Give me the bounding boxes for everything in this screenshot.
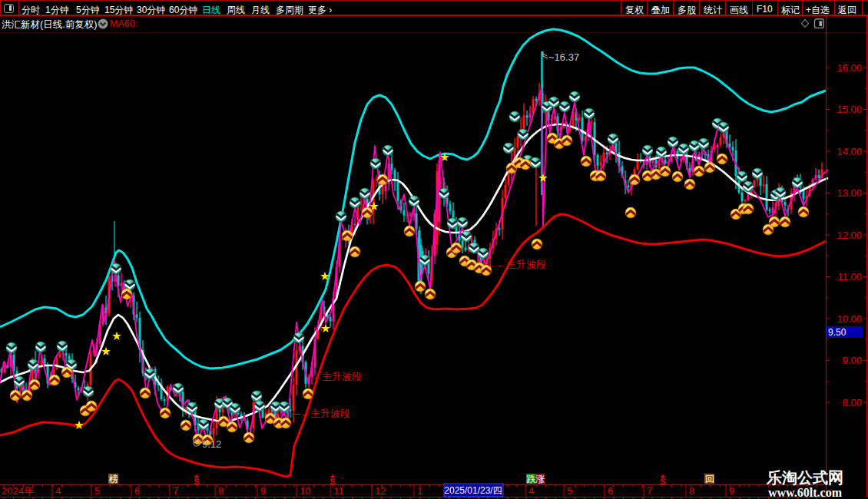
svg-text:16.00: 16.00 — [837, 62, 862, 74]
svg-text:回: 回 — [705, 474, 714, 484]
svg-text:8: 8 — [689, 485, 694, 497]
svg-text:S: S — [194, 477, 199, 486]
svg-text:—←主升波段: —←主升波段 — [290, 408, 350, 419]
svg-text:12.00: 12.00 — [837, 230, 862, 241]
svg-text:10.00: 10.00 — [837, 313, 862, 325]
svg-text:11: 11 — [333, 485, 344, 497]
svg-text:S: S — [330, 477, 335, 486]
svg-text:15.00: 15.00 — [837, 104, 862, 115]
svg-text:乐淘公式网: 乐淘公式网 — [766, 469, 843, 486]
svg-text:13.00: 13.00 — [837, 187, 862, 199]
svg-text:S: S — [660, 477, 665, 486]
svg-text:5: 5 — [94, 485, 100, 497]
svg-text:14.00: 14.00 — [837, 146, 862, 157]
svg-text:榜: 榜 — [108, 474, 118, 484]
svg-text:7: 7 — [173, 485, 178, 497]
svg-text:2025/01/23/四: 2025/01/23/四 — [444, 485, 502, 496]
svg-text:4: 4 — [55, 485, 61, 497]
svg-text:9.00: 9.00 — [843, 355, 862, 366]
svg-text:12: 12 — [375, 485, 386, 497]
svg-text:跌: 跌 — [527, 474, 536, 484]
svg-text:2024年: 2024年 — [2, 485, 34, 497]
svg-text:5: 5 — [567, 485, 572, 497]
svg-text:6: 6 — [608, 485, 613, 497]
svg-text:9.50: 9.50 — [828, 327, 846, 338]
svg-text:←←主升波段: ←←主升波段 — [486, 259, 546, 270]
svg-text:涨: 涨 — [535, 474, 545, 484]
svg-text:11.00: 11.00 — [837, 271, 862, 283]
svg-text:4: 4 — [528, 485, 534, 497]
svg-text:10: 10 — [300, 485, 310, 497]
svg-text:8: 8 — [218, 485, 224, 497]
svg-text:8.00: 8.00 — [843, 397, 862, 408]
svg-text:9.12: 9.12 — [202, 438, 221, 450]
svg-text:~16.37: ~16.37 — [548, 51, 579, 63]
svg-text:7: 7 — [647, 485, 652, 497]
svg-text:www.60lt.com: www.60lt.com — [768, 486, 843, 499]
svg-text:←主升波段: ←主升波段 — [312, 371, 362, 382]
